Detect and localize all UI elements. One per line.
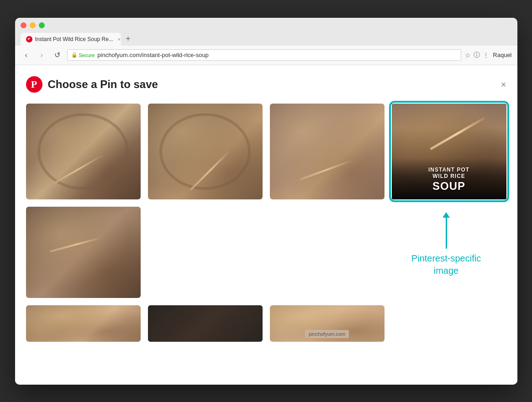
browser-window: P Instant Pot Wild Rice Soup Re... × + ‹… bbox=[15, 18, 517, 385]
image-grid-row1: Instant Pot Wild Rice Soup bbox=[26, 104, 506, 199]
pin-image-5[interactable] bbox=[26, 207, 141, 298]
nav-right-icons: ☆ ⓘ ⋮ bbox=[465, 51, 489, 59]
dialog-close-button[interactable]: × bbox=[501, 80, 506, 89]
refresh-button[interactable]: ↺ bbox=[52, 49, 63, 61]
pin-image-3[interactable] bbox=[270, 104, 385, 199]
annotation-label: Pinterest-specific image bbox=[411, 252, 481, 277]
pin-image-6[interactable] bbox=[26, 305, 141, 342]
secure-badge: 🔒 Secure bbox=[71, 52, 95, 58]
tabs-bar: P Instant Pot Wild Rice Soup Re... × + bbox=[21, 33, 512, 46]
traffic-light-close[interactable] bbox=[21, 22, 26, 28]
pin-image-7[interactable] bbox=[148, 305, 263, 342]
title-bar: P Instant Pot Wild Rice Soup Re... × + bbox=[15, 18, 517, 46]
dialog-title: Choose a Pin to save bbox=[48, 78, 158, 91]
annotation-text-line2: image bbox=[434, 266, 458, 276]
back-button[interactable]: ‹ bbox=[21, 49, 32, 61]
traffic-light-minimize[interactable] bbox=[30, 22, 36, 28]
pin-image-8[interactable]: pinchofyum.com bbox=[270, 305, 385, 342]
new-tab-button[interactable]: + bbox=[122, 33, 135, 46]
url-tag: pinchofyum.com bbox=[305, 330, 349, 338]
dialog-title-group: P Choose a Pin to save bbox=[26, 76, 158, 93]
address-bar[interactable]: 🔒 Secure pinchofyum.com/instant-pot-wild… bbox=[67, 49, 462, 61]
nav-bar: ‹ › ↺ 🔒 Secure pinchofyum.com/instant-po… bbox=[15, 46, 517, 65]
url-overlay: pinchofyum.com bbox=[270, 330, 385, 338]
user-name: Raquel bbox=[493, 52, 511, 58]
tab-title: Instant Pot Wild Rice Soup Re... bbox=[35, 36, 113, 42]
info-icon[interactable]: ⓘ bbox=[474, 51, 480, 59]
secure-label: Secure bbox=[79, 52, 95, 58]
traffic-light-fullscreen[interactable] bbox=[39, 22, 45, 28]
lock-icon: 🔒 bbox=[71, 52, 78, 58]
url-full: pinchofyum.com/instant-pot-wild-rice-sou… bbox=[97, 52, 208, 58]
active-tab[interactable]: P Instant Pot Wild Rice Soup Re... × bbox=[21, 33, 121, 46]
annotation-text-line1: Pinterest-specific bbox=[411, 253, 481, 263]
annotation: Pinterest-specific image bbox=[400, 217, 492, 277]
bookmark-icon[interactable]: ☆ bbox=[465, 52, 471, 59]
image-grid-row3: pinchofyum.com bbox=[26, 305, 506, 342]
tab-favicon: P bbox=[26, 36, 32, 42]
featured-line2: Wild Rice bbox=[396, 173, 502, 179]
pin-image-2[interactable] bbox=[148, 104, 263, 199]
pin-image-4-featured[interactable]: Instant Pot Wild Rice Soup bbox=[392, 104, 506, 199]
pin-image-1[interactable] bbox=[26, 104, 141, 199]
dialog-header: P Choose a Pin to save × bbox=[26, 76, 506, 93]
menu-icon[interactable]: ⋮ bbox=[483, 52, 489, 59]
featured-line1: Instant Pot bbox=[396, 167, 502, 173]
forward-button[interactable]: › bbox=[36, 49, 48, 61]
traffic-lights bbox=[21, 22, 512, 33]
tab-close-button[interactable]: × bbox=[116, 36, 121, 42]
url-text: pinchofyum.com/instant-pot-wild-rice-sou… bbox=[97, 52, 457, 58]
pinterest-logo: P bbox=[26, 76, 42, 93]
featured-line3: Soup bbox=[396, 180, 502, 193]
page-content: P Choose a Pin to save × bbox=[15, 65, 517, 385]
